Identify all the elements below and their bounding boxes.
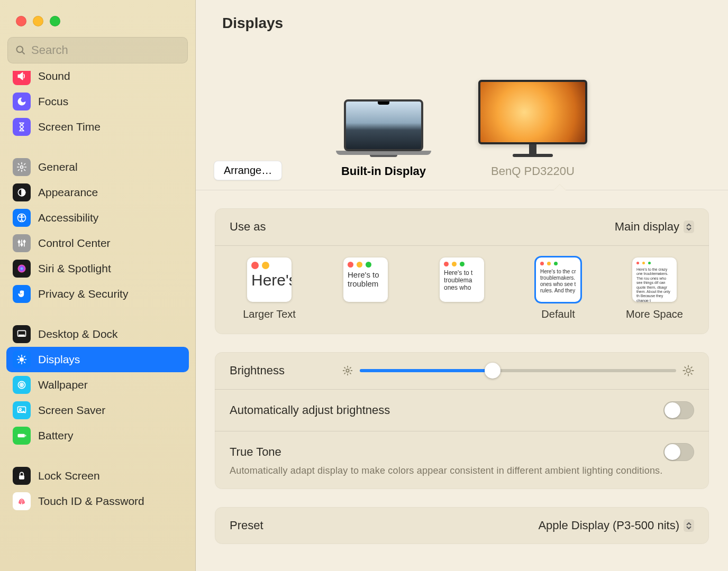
- resolution-option-2[interactable]: Here's to troublem: [326, 257, 405, 302]
- svg-rect-14: [19, 335, 24, 336]
- svg-rect-30: [25, 435, 26, 436]
- svg-point-2: [21, 166, 23, 169]
- sidebar-item-privacy-security[interactable]: Privacy & Security: [6, 281, 189, 307]
- sidebar-item-label: Appearance: [38, 186, 98, 199]
- use-as-select[interactable]: Main display: [615, 220, 694, 234]
- slider-thumb[interactable]: [485, 363, 501, 379]
- resolution-tile: Here's: [247, 257, 292, 302]
- resolution-option-5[interactable]: Here's to the crazy one troublemakers. T…: [615, 257, 694, 320]
- svg-line-39: [344, 373, 345, 374]
- resolution-option-4[interactable]: Here's to the cr troublemakers. ones who…: [518, 257, 598, 320]
- svg-point-41: [686, 369, 690, 372]
- selected-indicator-arrow: [553, 184, 566, 190]
- appearance-icon: [13, 183, 31, 201]
- sound-icon: [13, 71, 31, 85]
- row-preset: Preset Apple Display (P3-500 nits): [215, 507, 709, 544]
- sidebar-item-lock-screen[interactable]: Lock Screen: [6, 463, 189, 489]
- sidebar-nav: SoundFocusScreen TimeGeneralAppearanceAc…: [0, 71, 195, 571]
- sidebar-item-screen-saver[interactable]: Screen Saver: [6, 398, 189, 423]
- truetone-label: True Tone: [230, 445, 281, 459]
- resolution-tile: Here's to t troublema ones who: [440, 257, 484, 302]
- display-option-builtin[interactable]: Built-in Display: [336, 99, 431, 178]
- accessibility-icon: [13, 209, 31, 227]
- displays-icon: [13, 351, 31, 369]
- hourglass-icon: [13, 118, 31, 136]
- chevron-updown-icon: [684, 220, 694, 233]
- resolution-label: Default: [541, 308, 575, 320]
- use-as-value: Main display: [615, 220, 679, 234]
- svg-line-37: [344, 367, 345, 368]
- svg-line-47: [691, 373, 692, 374]
- preset-value: Apple Display (P3-500 nits): [538, 519, 679, 532]
- sidebar-item-label: Control Center: [38, 237, 111, 250]
- resolution-option-3[interactable]: Here's to t troublema ones who: [422, 257, 502, 302]
- fullscreen-icon[interactable]: [50, 16, 60, 26]
- auto-brightness-toggle[interactable]: [663, 401, 694, 419]
- svg-line-38: [350, 373, 351, 374]
- auto-brightness-label: Automatically adjust brightness: [230, 403, 390, 417]
- svg-rect-29: [18, 434, 25, 438]
- wallpaper-icon: [13, 376, 31, 394]
- sidebar-item-siri-spotlight[interactable]: Siri & Spotlight: [6, 256, 189, 281]
- sidebar-item-screen-time[interactable]: Screen Time: [6, 114, 189, 140]
- display-option-external[interactable]: BenQ PD3220U: [478, 80, 587, 178]
- gear-icon: [13, 158, 31, 176]
- sidebar-item-appearance[interactable]: Appearance: [6, 180, 189, 205]
- svg-line-21: [24, 362, 25, 363]
- sidebar-item-battery[interactable]: Battery: [6, 423, 189, 448]
- brightness-slider[interactable]: [360, 369, 676, 372]
- resolution-option-1[interactable]: Here'sLarger Text: [230, 257, 309, 320]
- sidebar-item-general[interactable]: General: [6, 154, 189, 180]
- sidebar-item-accessibility[interactable]: Accessibility: [6, 205, 189, 231]
- svg-point-5: [21, 215, 23, 217]
- close-icon[interactable]: [16, 16, 26, 26]
- svg-line-49: [691, 367, 692, 368]
- sidebar-item-label: Privacy & Security: [38, 288, 128, 300]
- sidebar-item-label: Siri & Spotlight: [38, 262, 111, 275]
- resolution-label: More Space: [626, 308, 683, 320]
- lock-icon: [13, 467, 31, 485]
- svg-line-1: [22, 52, 25, 54]
- use-as-label: Use as: [230, 220, 266, 234]
- sidebar-item-displays[interactable]: Displays: [6, 347, 189, 372]
- svg-line-20: [19, 356, 20, 357]
- minimize-icon[interactable]: [33, 16, 43, 26]
- svg-line-23: [24, 356, 25, 357]
- sidebar-item-label: Lock Screen: [38, 469, 100, 482]
- sidebar-item-sound[interactable]: Sound: [6, 71, 189, 89]
- display-label-external: BenQ PD3220U: [491, 164, 575, 178]
- resolution-label: Larger Text: [243, 308, 296, 320]
- sidebar-item-label: Displays: [38, 353, 80, 366]
- svg-point-7: [18, 241, 20, 243]
- sidebar-item-focus[interactable]: Focus: [6, 89, 189, 114]
- svg-line-40: [350, 367, 351, 368]
- page-title: Displays: [196, 0, 728, 47]
- sidebar: SoundFocusScreen TimeGeneralAppearanceAc…: [0, 0, 196, 571]
- sidebar-item-label: Sound: [38, 71, 70, 82]
- sidebar-item-label: Screen Saver: [38, 404, 105, 417]
- svg-point-32: [346, 369, 349, 372]
- truetone-description: Automatically adapt display to make colo…: [230, 464, 694, 477]
- row-truetone: True Tone Automatically adapt display to…: [215, 431, 709, 489]
- search-input[interactable]: [31, 43, 180, 57]
- resolution-tile: Here's to the crazy one troublemakers. T…: [632, 257, 677, 302]
- truetone-toggle[interactable]: [663, 443, 694, 461]
- screensaver-icon: [13, 401, 31, 419]
- arrange-button[interactable]: Arrange…: [214, 161, 282, 180]
- preset-select[interactable]: Apple Display (P3-500 nits): [538, 519, 694, 532]
- sidebar-item-control-center[interactable]: Control Center: [6, 231, 189, 256]
- search-field[interactable]: [7, 37, 188, 63]
- card-preset: Preset Apple Display (P3-500 nits): [215, 507, 709, 544]
- control-icon: [13, 234, 31, 252]
- battery-icon: [13, 427, 31, 445]
- sidebar-item-wallpaper[interactable]: Wallpaper: [6, 372, 189, 398]
- brightness-low-icon: [342, 365, 353, 376]
- brightness-high-icon: [683, 365, 694, 376]
- display-picker: Arrange… Built-in Display BenQ PD3220U: [196, 47, 728, 190]
- svg-line-46: [685, 367, 686, 368]
- sidebar-item-desktop-dock[interactable]: Desktop & Dock: [6, 321, 189, 347]
- svg-point-26: [21, 384, 23, 386]
- sidebar-item-label: Wallpaper: [38, 379, 88, 391]
- sidebar-item-touch-id-password[interactable]: Touch ID & Password: [6, 489, 189, 514]
- chevron-updown-icon: [684, 519, 694, 532]
